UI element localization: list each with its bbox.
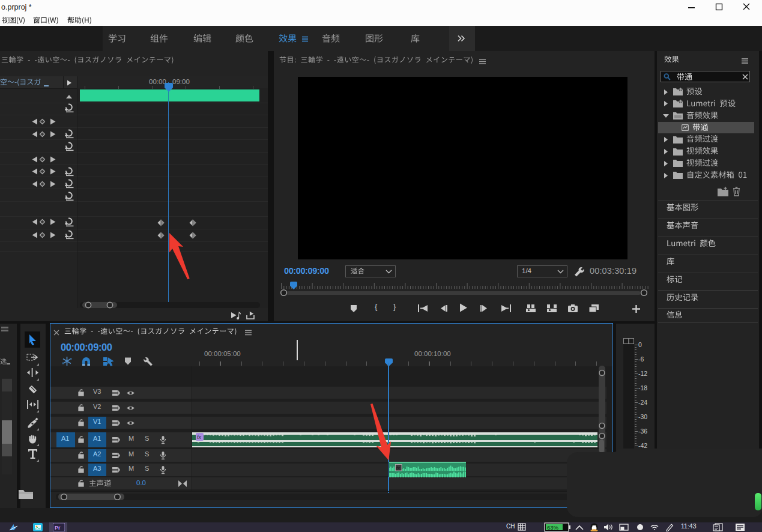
svg-text:00:00:09:00: 00:00:09:00 [61,342,112,352]
svg-text:CH: CH [506,523,515,530]
svg-text:fx: fx [197,434,202,440]
svg-text:-6: -6 [638,355,644,363]
svg-text:S: S [145,435,149,442]
svg-text:0: 0 [638,341,642,348]
svg-text:A3: A3 [93,465,101,472]
svg-text:00:00:05:00: 00:00:05:00 [204,350,241,357]
svg-text:1/4: 1/4 [522,267,532,274]
svg-text:00:00:10:00: 00:00:10:00 [414,350,451,357]
svg-text:-24: -24 [638,399,647,406]
svg-text:Pr: Pr [55,525,61,531]
svg-text:-12: -12 [638,370,647,377]
svg-text:V1: V1 [93,418,101,425]
svg-text:-42: -42 [638,442,647,449]
svg-text:A1: A1 [93,435,101,442]
svg-text:V2: V2 [93,403,101,410]
svg-text:}: } [393,302,396,311]
svg-text:-36: -36 [638,428,647,435]
svg-text:fx: fx [396,465,401,471]
svg-text:09:00: 09:00 [172,78,190,85]
svg-text:M: M [129,465,134,472]
svg-text:00:03:30:19: 00:03:30:19 [590,266,637,276]
svg-text:S: S [145,465,149,472]
svg-text:63%: 63% [547,524,559,531]
svg-text:A1: A1 [61,435,69,442]
svg-text:{: { [375,302,378,311]
svg-text:0.0: 0.0 [136,479,146,486]
svg-text:o.prproj *: o.prproj * [1,3,32,11]
svg-text:S: S [145,450,149,458]
svg-text:A2: A2 [93,450,101,458]
svg-text:M: M [129,450,134,458]
svg-text:-30: -30 [638,413,647,420]
svg-text:11:43: 11:43 [681,522,697,530]
svg-text:V3: V3 [93,388,101,395]
svg-text:M: M [129,435,134,442]
svg-text:00:00:09:00: 00:00:09:00 [284,266,329,276]
svg-text:-18: -18 [638,384,647,391]
